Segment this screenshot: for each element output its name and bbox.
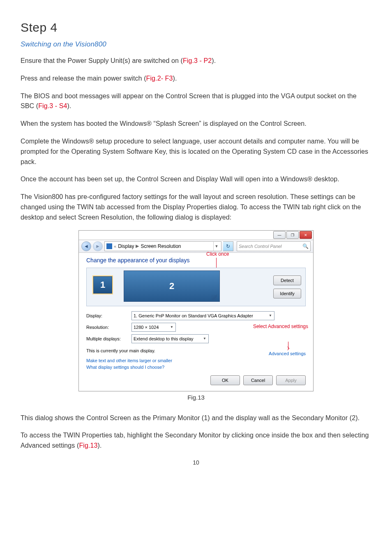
chevron-down-icon: ▼ bbox=[202, 337, 208, 340]
paragraph-1: Ensure that the Power Supply Unit(s) are… bbox=[21, 56, 371, 66]
text: ). bbox=[98, 442, 102, 449]
chevron-right-icon: ▶ bbox=[136, 243, 139, 249]
link-text-size[interactable]: Make text and other items larger or smal… bbox=[86, 358, 306, 363]
text: ). bbox=[67, 102, 71, 109]
window-titlebar: — ❐ ✕ bbox=[79, 231, 313, 240]
fig-ref: Fig.2- F3 bbox=[146, 75, 173, 82]
text: Press and release the main power switch … bbox=[21, 75, 146, 82]
fig-ref: Fig.3 - P2 bbox=[183, 57, 212, 64]
text: To access the TWIN Properties tab, highl… bbox=[21, 432, 369, 449]
link-what-settings[interactable]: What display settings should I choose? bbox=[86, 365, 306, 370]
close-button[interactable]: ✕ bbox=[300, 231, 312, 239]
monitor-1[interactable]: 1 bbox=[93, 276, 112, 294]
chevron-down-icon: ▼ bbox=[169, 325, 175, 329]
row-display: Display: 1. Generic PnP Monitor on Stand… bbox=[86, 311, 306, 320]
row-multi: Multiple displays: Extend desktop to thi… bbox=[86, 334, 306, 343]
paragraph-5: Complete the Windows® setup procedure to… bbox=[21, 136, 371, 167]
breadcrumb-screenres[interactable]: Screen Resolution bbox=[141, 243, 181, 249]
refresh-icon: ↻ bbox=[226, 243, 230, 249]
main-display-note: This is currently your main display. bbox=[86, 348, 155, 353]
combo-display[interactable]: 1. Generic PnP Monitor on Standard VGA G… bbox=[131, 311, 274, 320]
resize-handle-icon bbox=[211, 295, 217, 300]
navigation-bar: ◄ ► « Display ▶ Screen Resolution ▼ ↻ bbox=[79, 240, 313, 253]
advanced-settings-link[interactable]: Advanced settings bbox=[269, 351, 306, 356]
detect-button[interactable]: Detect bbox=[273, 275, 301, 285]
search-placeholder: Search Control Panel bbox=[239, 244, 282, 249]
identify-button[interactable]: Identify bbox=[273, 289, 301, 298]
fig-ref: Fig.3 - S4 bbox=[38, 102, 67, 109]
breadcrumb-dropdown[interactable]: ▼ bbox=[213, 242, 219, 251]
combo-multi-value: Extend desktop to this display bbox=[134, 336, 194, 341]
cancel-button[interactable]: Cancel bbox=[243, 375, 273, 385]
page-number: 10 bbox=[21, 459, 371, 466]
step-heading: Step 4 bbox=[21, 21, 371, 35]
monitor-2[interactable]: 2 bbox=[124, 271, 220, 302]
refresh-button[interactable]: ↻ bbox=[223, 241, 233, 251]
paragraph-7: The Vision800 has pre-configured factory… bbox=[21, 192, 371, 222]
combo-display-value: 1. Generic PnP Monitor on Standard VGA G… bbox=[134, 313, 253, 318]
search-icon: 🔍 bbox=[302, 243, 309, 249]
paragraph-6: Once the account has been set up, the Co… bbox=[21, 174, 371, 185]
annotation-select-advanced: Select Advanced settings bbox=[253, 324, 308, 329]
chevron-down-icon: ▼ bbox=[267, 314, 273, 317]
row-resolution: Resolution: 1280 × 1024 ▼ Select Advance… bbox=[86, 323, 306, 332]
paragraph-8: This dialog shows the Control Screen as … bbox=[21, 413, 371, 423]
breadcrumb[interactable]: « Display ▶ Screen Resolution ▼ bbox=[104, 241, 221, 251]
back-button[interactable]: ◄ bbox=[81, 241, 91, 251]
display-icon bbox=[106, 243, 112, 249]
back-icon: ◄ bbox=[84, 243, 89, 249]
text: ). bbox=[212, 57, 216, 64]
forward-icon: ► bbox=[95, 243, 100, 249]
paragraph-9: To access the TWIN Properties tab, highl… bbox=[21, 430, 371, 451]
fig-ref: Fig.13 bbox=[79, 442, 97, 449]
minimize-button[interactable]: — bbox=[273, 231, 286, 239]
breadcrumb-display[interactable]: Display bbox=[118, 243, 134, 249]
display-arrangement[interactable]: 1 2 Detect Identify bbox=[86, 268, 306, 306]
annotation-arrowhead-r bbox=[287, 348, 289, 350]
text: ). bbox=[173, 75, 177, 82]
content-title: Change the appearance of your displays bbox=[86, 257, 306, 264]
paragraph-2: Press and release the main power switch … bbox=[21, 74, 371, 84]
breadcrumb-prefix: « bbox=[114, 244, 116, 249]
apply-button[interactable]: Apply bbox=[276, 375, 306, 385]
button-row: OK Cancel Apply bbox=[86, 375, 306, 385]
paragraph-4: When the system has booted the Windows® … bbox=[21, 119, 371, 129]
label-display: Display: bbox=[86, 313, 131, 318]
text: Ensure that the Power Supply Unit(s) are… bbox=[21, 57, 183, 64]
search-input[interactable]: Search Control Panel 🔍 bbox=[237, 241, 311, 251]
screen-resolution-dialog: — ❐ ✕ ◄ ► « Display ▶ Screen Resolution bbox=[78, 230, 314, 391]
combo-multi[interactable]: Extend desktop to this display ▼ bbox=[131, 334, 209, 343]
paragraph-3: The BIOS and boot messages will appear o… bbox=[21, 91, 371, 112]
combo-resolution[interactable]: 1280 × 1024 ▼ bbox=[131, 323, 176, 332]
monitor-2-label: 2 bbox=[169, 281, 174, 291]
forward-button[interactable]: ► bbox=[93, 241, 103, 251]
figure-caption: Fig.13 bbox=[21, 394, 371, 401]
combo-resolution-value: 1280 × 1024 bbox=[134, 325, 159, 330]
ok-button[interactable]: OK bbox=[210, 375, 240, 385]
subtitle: Switching on the Vision800 bbox=[21, 40, 371, 49]
label-multi: Multiple displays: bbox=[86, 336, 131, 341]
annotation-arrowhead-l bbox=[287, 346, 289, 348]
label-resolution: Resolution: bbox=[86, 325, 131, 330]
maximize-button[interactable]: ❐ bbox=[286, 231, 299, 239]
